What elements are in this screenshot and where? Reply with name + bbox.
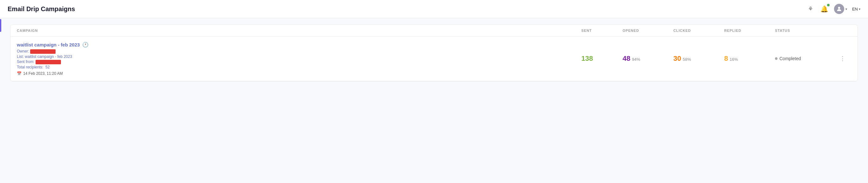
col-opened: OPENED <box>623 29 673 32</box>
col-clicked: CLICKED <box>673 29 724 32</box>
replied-value: 8 <box>724 54 728 63</box>
sent-value: 138 <box>581 54 593 63</box>
col-actions <box>838 29 851 32</box>
campaign-name-link[interactable]: waitlist campaign - feb 2023 <box>17 42 80 47</box>
table-header: CAMPAIGN SENT OPENED CLICKED REPLIED STA… <box>10 25 858 36</box>
campaign-cell: waitlist campaign - feb 2023 🕐 Owner: Li… <box>17 42 581 76</box>
list-line: List: waitlist campaign - feb 2023 <box>17 54 581 59</box>
clicked-pct: 58% <box>683 57 691 62</box>
chevron-down-icon: ▾ <box>845 7 847 11</box>
recipients-line: Total recipients: 52 <box>17 65 581 69</box>
status-dot <box>775 57 777 60</box>
clock-icon: 🕐 <box>82 42 89 48</box>
language-selector[interactable]: EN ▾ <box>852 7 860 11</box>
campaigns-table: CAMPAIGN SENT OPENED CLICKED REPLIED STA… <box>10 25 858 81</box>
notification-bell[interactable]: 🔔 <box>820 4 829 14</box>
table-row: waitlist campaign - feb 2023 🕐 Owner: Li… <box>10 36 858 81</box>
campaign-meta: Owner: List: waitlist campaign - feb 202… <box>17 49 581 69</box>
owner-redacted <box>30 49 56 54</box>
sent-from-line: Sent from: <box>17 59 581 64</box>
page-title: Email Drip Campaigns <box>8 5 75 13</box>
user-menu[interactable]: ▾ <box>834 4 847 14</box>
date-text: 14 Feb 2023, 11:20 AM <box>23 71 63 76</box>
list-value: waitlist campaign - feb 2023 <box>25 54 72 59</box>
app-header: Email Drip Campaigns ⚘ 🔔 ▾ EN ▾ <box>0 0 868 18</box>
calendar-icon: 📅 <box>17 71 22 76</box>
sent-cell: 138 <box>581 54 623 63</box>
avatar <box>834 4 844 14</box>
notification-badge <box>827 4 830 6</box>
col-sent: SENT <box>581 29 623 32</box>
clicked-value: 30 <box>673 54 681 63</box>
clicked-cell: 30 58% <box>673 54 724 63</box>
status-label: Completed <box>779 56 801 61</box>
col-status: STATUS <box>775 29 838 32</box>
settings-icon[interactable]: ⚘ <box>806 4 815 14</box>
col-campaign: CAMPAIGN <box>17 29 581 32</box>
main-content: CAMPAIGN SENT OPENED CLICKED REPLIED STA… <box>0 18 868 183</box>
owner-line: Owner: <box>17 49 581 54</box>
lang-chevron-icon: ▾ <box>859 7 860 11</box>
opened-cell: 48 94% <box>623 54 673 63</box>
campaign-name-row: waitlist campaign - feb 2023 🕐 <box>17 42 581 48</box>
opened-value: 48 <box>623 54 630 63</box>
recipients-value: 52 <box>45 65 50 69</box>
more-options-button[interactable]: ⋮ <box>838 54 851 63</box>
sent-from-redacted <box>36 60 61 64</box>
status-cell: Completed <box>775 56 838 61</box>
language-label: EN <box>852 7 858 11</box>
replied-cell: 8 16% <box>724 54 775 63</box>
campaign-date: 📅 14 Feb 2023, 11:20 AM <box>17 71 581 76</box>
col-replied: REPLIED <box>724 29 775 32</box>
header-actions: ⚘ 🔔 ▾ EN ▾ <box>806 4 860 14</box>
replied-pct: 16% <box>730 57 738 62</box>
sidebar-accent <box>0 19 1 32</box>
opened-pct: 94% <box>632 57 640 62</box>
svg-point-0 <box>838 7 840 9</box>
